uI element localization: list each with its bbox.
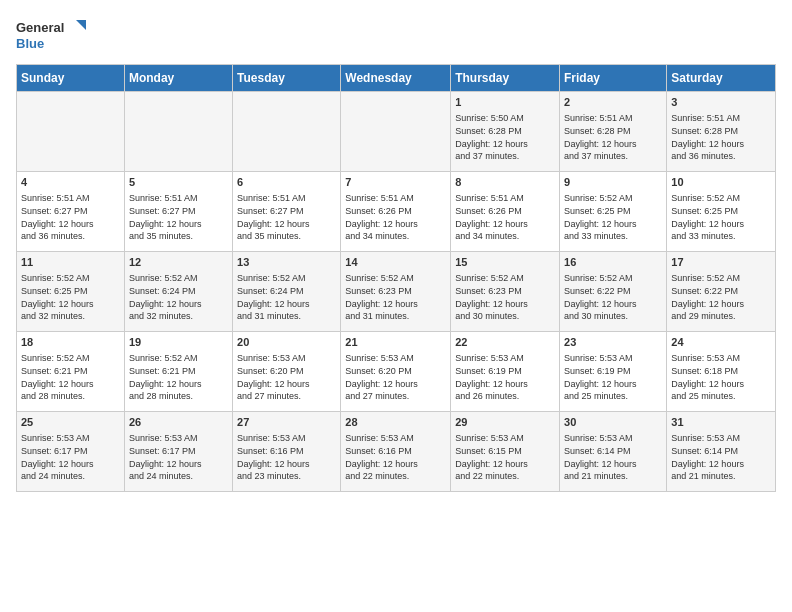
- day-info: Sunrise: 5:51 AM Sunset: 6:27 PM Dayligh…: [237, 192, 336, 242]
- calendar-cell: 23Sunrise: 5:53 AM Sunset: 6:19 PM Dayli…: [560, 332, 667, 412]
- calendar-cell: 5Sunrise: 5:51 AM Sunset: 6:27 PM Daylig…: [124, 172, 232, 252]
- calendar-week-row: 18Sunrise: 5:52 AM Sunset: 6:21 PM Dayli…: [17, 332, 776, 412]
- calendar-cell: 19Sunrise: 5:52 AM Sunset: 6:21 PM Dayli…: [124, 332, 232, 412]
- day-number: 3: [671, 95, 771, 110]
- day-info: Sunrise: 5:52 AM Sunset: 6:22 PM Dayligh…: [671, 272, 771, 322]
- day-info: Sunrise: 5:52 AM Sunset: 6:22 PM Dayligh…: [564, 272, 662, 322]
- calendar-cell: 16Sunrise: 5:52 AM Sunset: 6:22 PM Dayli…: [560, 252, 667, 332]
- day-number: 23: [564, 335, 662, 350]
- calendar-cell: 29Sunrise: 5:53 AM Sunset: 6:15 PM Dayli…: [451, 412, 560, 492]
- calendar-week-row: 4Sunrise: 5:51 AM Sunset: 6:27 PM Daylig…: [17, 172, 776, 252]
- day-info: Sunrise: 5:53 AM Sunset: 6:19 PM Dayligh…: [564, 352, 662, 402]
- day-number: 16: [564, 255, 662, 270]
- day-number: 13: [237, 255, 336, 270]
- calendar-cell: 14Sunrise: 5:52 AM Sunset: 6:23 PM Dayli…: [341, 252, 451, 332]
- day-number: 20: [237, 335, 336, 350]
- day-info: Sunrise: 5:52 AM Sunset: 6:25 PM Dayligh…: [21, 272, 120, 322]
- day-number: 4: [21, 175, 120, 190]
- calendar-cell: 9Sunrise: 5:52 AM Sunset: 6:25 PM Daylig…: [560, 172, 667, 252]
- calendar-cell: 24Sunrise: 5:53 AM Sunset: 6:18 PM Dayli…: [667, 332, 776, 412]
- day-number: 30: [564, 415, 662, 430]
- weekday-label: Monday: [124, 65, 232, 92]
- day-number: 6: [237, 175, 336, 190]
- calendar-cell: 13Sunrise: 5:52 AM Sunset: 6:24 PM Dayli…: [233, 252, 341, 332]
- calendar-cell: 3Sunrise: 5:51 AM Sunset: 6:28 PM Daylig…: [667, 92, 776, 172]
- day-info: Sunrise: 5:53 AM Sunset: 6:14 PM Dayligh…: [564, 432, 662, 482]
- day-info: Sunrise: 5:53 AM Sunset: 6:16 PM Dayligh…: [345, 432, 446, 482]
- day-number: 9: [564, 175, 662, 190]
- day-info: Sunrise: 5:53 AM Sunset: 6:15 PM Dayligh…: [455, 432, 555, 482]
- day-info: Sunrise: 5:53 AM Sunset: 6:20 PM Dayligh…: [237, 352, 336, 402]
- day-number: 27: [237, 415, 336, 430]
- calendar-cell: [233, 92, 341, 172]
- day-number: 25: [21, 415, 120, 430]
- day-info: Sunrise: 5:52 AM Sunset: 6:23 PM Dayligh…: [345, 272, 446, 322]
- weekday-label: Sunday: [17, 65, 125, 92]
- logo: General Blue: [16, 16, 86, 56]
- weekday-label: Tuesday: [233, 65, 341, 92]
- day-number: 17: [671, 255, 771, 270]
- weekday-label: Thursday: [451, 65, 560, 92]
- day-number: 18: [21, 335, 120, 350]
- day-number: 2: [564, 95, 662, 110]
- day-number: 8: [455, 175, 555, 190]
- day-number: 12: [129, 255, 228, 270]
- calendar-cell: 31Sunrise: 5:53 AM Sunset: 6:14 PM Dayli…: [667, 412, 776, 492]
- day-number: 31: [671, 415, 771, 430]
- day-info: Sunrise: 5:53 AM Sunset: 6:17 PM Dayligh…: [129, 432, 228, 482]
- day-number: 1: [455, 95, 555, 110]
- day-number: 5: [129, 175, 228, 190]
- calendar-cell: 22Sunrise: 5:53 AM Sunset: 6:19 PM Dayli…: [451, 332, 560, 412]
- calendar-cell: [124, 92, 232, 172]
- calendar-cell: 15Sunrise: 5:52 AM Sunset: 6:23 PM Dayli…: [451, 252, 560, 332]
- calendar-cell: 1Sunrise: 5:50 AM Sunset: 6:28 PM Daylig…: [451, 92, 560, 172]
- weekday-label: Friday: [560, 65, 667, 92]
- day-number: 24: [671, 335, 771, 350]
- calendar-table: SundayMondayTuesdayWednesdayThursdayFrid…: [16, 64, 776, 492]
- day-number: 22: [455, 335, 555, 350]
- svg-text:Blue: Blue: [16, 36, 44, 51]
- calendar-cell: 27Sunrise: 5:53 AM Sunset: 6:16 PM Dayli…: [233, 412, 341, 492]
- calendar-cell: 4Sunrise: 5:51 AM Sunset: 6:27 PM Daylig…: [17, 172, 125, 252]
- day-info: Sunrise: 5:53 AM Sunset: 6:16 PM Dayligh…: [237, 432, 336, 482]
- calendar-cell: 26Sunrise: 5:53 AM Sunset: 6:17 PM Dayli…: [124, 412, 232, 492]
- day-number: 19: [129, 335, 228, 350]
- day-info: Sunrise: 5:51 AM Sunset: 6:26 PM Dayligh…: [455, 192, 555, 242]
- day-info: Sunrise: 5:51 AM Sunset: 6:27 PM Dayligh…: [21, 192, 120, 242]
- day-info: Sunrise: 5:51 AM Sunset: 6:27 PM Dayligh…: [129, 192, 228, 242]
- weekday-header-row: SundayMondayTuesdayWednesdayThursdayFrid…: [17, 65, 776, 92]
- calendar-cell: 6Sunrise: 5:51 AM Sunset: 6:27 PM Daylig…: [233, 172, 341, 252]
- calendar-week-row: 11Sunrise: 5:52 AM Sunset: 6:25 PM Dayli…: [17, 252, 776, 332]
- svg-marker-2: [76, 20, 86, 30]
- calendar-week-row: 1Sunrise: 5:50 AM Sunset: 6:28 PM Daylig…: [17, 92, 776, 172]
- day-info: Sunrise: 5:53 AM Sunset: 6:17 PM Dayligh…: [21, 432, 120, 482]
- day-info: Sunrise: 5:52 AM Sunset: 6:23 PM Dayligh…: [455, 272, 555, 322]
- day-info: Sunrise: 5:50 AM Sunset: 6:28 PM Dayligh…: [455, 112, 555, 162]
- day-info: Sunrise: 5:51 AM Sunset: 6:28 PM Dayligh…: [564, 112, 662, 162]
- day-number: 11: [21, 255, 120, 270]
- page-header: General Blue: [16, 16, 776, 56]
- calendar-cell: 21Sunrise: 5:53 AM Sunset: 6:20 PM Dayli…: [341, 332, 451, 412]
- day-info: Sunrise: 5:52 AM Sunset: 6:21 PM Dayligh…: [21, 352, 120, 402]
- day-info: Sunrise: 5:53 AM Sunset: 6:18 PM Dayligh…: [671, 352, 771, 402]
- calendar-cell: 20Sunrise: 5:53 AM Sunset: 6:20 PM Dayli…: [233, 332, 341, 412]
- day-number: 28: [345, 415, 446, 430]
- weekday-label: Wednesday: [341, 65, 451, 92]
- day-number: 10: [671, 175, 771, 190]
- day-info: Sunrise: 5:53 AM Sunset: 6:19 PM Dayligh…: [455, 352, 555, 402]
- day-info: Sunrise: 5:52 AM Sunset: 6:24 PM Dayligh…: [237, 272, 336, 322]
- day-number: 15: [455, 255, 555, 270]
- calendar-week-row: 25Sunrise: 5:53 AM Sunset: 6:17 PM Dayli…: [17, 412, 776, 492]
- logo-svg: General Blue: [16, 16, 86, 56]
- calendar-cell: 18Sunrise: 5:52 AM Sunset: 6:21 PM Dayli…: [17, 332, 125, 412]
- calendar-body: 1Sunrise: 5:50 AM Sunset: 6:28 PM Daylig…: [17, 92, 776, 492]
- day-number: 7: [345, 175, 446, 190]
- day-info: Sunrise: 5:51 AM Sunset: 6:26 PM Dayligh…: [345, 192, 446, 242]
- weekday-label: Saturday: [667, 65, 776, 92]
- calendar-cell: 11Sunrise: 5:52 AM Sunset: 6:25 PM Dayli…: [17, 252, 125, 332]
- calendar-cell: 8Sunrise: 5:51 AM Sunset: 6:26 PM Daylig…: [451, 172, 560, 252]
- calendar-cell: [17, 92, 125, 172]
- day-info: Sunrise: 5:52 AM Sunset: 6:21 PM Dayligh…: [129, 352, 228, 402]
- day-info: Sunrise: 5:52 AM Sunset: 6:24 PM Dayligh…: [129, 272, 228, 322]
- calendar-cell: 30Sunrise: 5:53 AM Sunset: 6:14 PM Dayli…: [560, 412, 667, 492]
